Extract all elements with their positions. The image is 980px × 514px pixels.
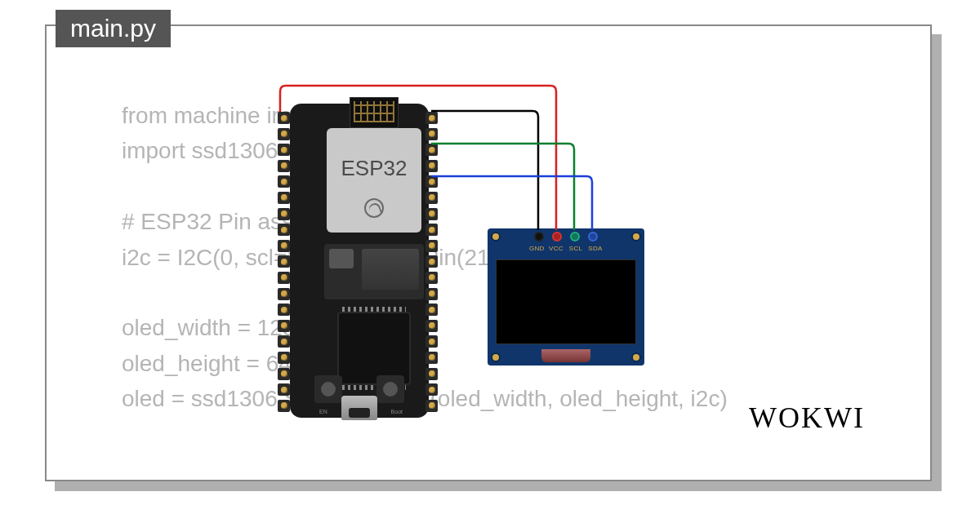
wokwi-brand: WOKWI — [749, 401, 865, 435]
oled-label-scl: SCL — [568, 245, 583, 252]
esp32-regulator-area — [324, 244, 424, 299]
esp32-usb-chip — [337, 312, 411, 385]
esp32-pin[interactable] — [425, 208, 438, 220]
esp32-board[interactable]: ESP32 EN Boot — [275, 104, 443, 418]
esp32-pin[interactable] — [425, 175, 438, 188]
esp32-pin[interactable] — [425, 192, 438, 204]
esp32-pin[interactable] — [278, 272, 290, 284]
editor-card: from machine import Pin, I2C import ssd1… — [45, 24, 932, 481]
esp32-pin[interactable] — [425, 144, 438, 156]
oled-label-gnd: GND — [529, 245, 544, 252]
esp32-pin[interactable] — [425, 255, 438, 268]
esp32-boot-label: Boot — [391, 409, 403, 414]
esp32-pin[interactable] — [425, 112, 438, 124]
esp32-pin[interactable] — [425, 288, 438, 300]
esp32-boot-button[interactable] — [376, 375, 404, 403]
oled-mount-hole — [491, 232, 501, 241]
esp32-pin[interactable] — [425, 240, 438, 252]
oled-mount-hole — [631, 232, 641, 241]
esp32-pin[interactable] — [278, 160, 290, 172]
oled-flex-cable — [541, 349, 590, 362]
oled-module[interactable]: GND VCC SCL SDA — [488, 228, 644, 366]
esp32-pins-right[interactable] — [425, 112, 440, 412]
oled-label-sda: SDA — [588, 245, 603, 252]
esp32-pin[interactable] — [425, 352, 438, 364]
oled-label-vcc: VCC — [549, 245, 564, 252]
oled-pin-scl[interactable] — [570, 232, 580, 241]
esp32-pin[interactable] — [278, 304, 290, 316]
esp32-pin[interactable] — [425, 304, 438, 316]
esp32-pin[interactable] — [278, 192, 290, 204]
esp32-pin[interactable] — [425, 224, 438, 236]
file-tab-label: main.py — [70, 15, 156, 42]
esp32-pin[interactable] — [425, 320, 438, 332]
code-line-2: import ssd1306 — [122, 138, 278, 163]
esp32-pin[interactable] — [278, 255, 290, 268]
esp32-usb-port — [341, 396, 377, 420]
code-line-8: oled_height = 64 — [122, 351, 292, 376]
esp32-pin[interactable] — [425, 335, 438, 348]
oled-mount-hole — [631, 352, 641, 362]
esp32-pin[interactable] — [278, 175, 290, 188]
code-line-7: oled_width = 128 — [122, 315, 296, 340]
esp32-shield: ESP32 — [327, 128, 421, 233]
esp32-pin[interactable] — [278, 288, 290, 300]
esp32-pin[interactable] — [278, 144, 290, 156]
esp32-pin[interactable] — [278, 320, 290, 332]
espressif-logo-icon — [364, 198, 384, 218]
esp32-pin[interactable] — [425, 128, 438, 140]
esp32-antenna — [350, 97, 399, 128]
esp32-pin[interactable] — [425, 272, 438, 284]
oled-pin-vcc[interactable] — [552, 232, 562, 241]
file-tab[interactable]: main.py — [56, 10, 171, 47]
oled-pin-sda[interactable] — [588, 232, 598, 241]
oled-pin-header[interactable] — [534, 232, 598, 241]
esp32-pin[interactable] — [278, 352, 290, 364]
esp32-pin[interactable] — [278, 224, 290, 236]
esp32-shield-label: ESP32 — [341, 155, 408, 180]
oled-screen — [496, 259, 636, 344]
esp32-pin[interactable] — [278, 112, 290, 124]
esp32-pin[interactable] — [278, 208, 290, 220]
esp32-pin[interactable] — [278, 240, 290, 252]
esp32-en-label: EN — [319, 409, 327, 414]
esp32-pin[interactable] — [425, 160, 438, 172]
esp32-pin[interactable] — [278, 128, 290, 140]
esp32-en-button[interactable] — [314, 375, 342, 403]
esp32-pcb: ESP32 EN Boot — [290, 104, 429, 418]
oled-mount-hole — [491, 352, 501, 362]
oled-pin-labels: GND VCC SCL SDA — [529, 245, 603, 252]
esp32-pin[interactable] — [278, 368, 290, 380]
oled-pin-gnd[interactable] — [534, 232, 544, 241]
esp32-pin[interactable] — [278, 400, 290, 412]
esp32-pin[interactable] — [425, 368, 438, 380]
esp32-pin[interactable] — [278, 383, 290, 396]
esp32-pin[interactable] — [278, 335, 290, 348]
esp32-pin[interactable] — [425, 400, 438, 412]
esp32-pins-left[interactable] — [278, 112, 292, 412]
esp32-pin[interactable] — [425, 383, 438, 396]
